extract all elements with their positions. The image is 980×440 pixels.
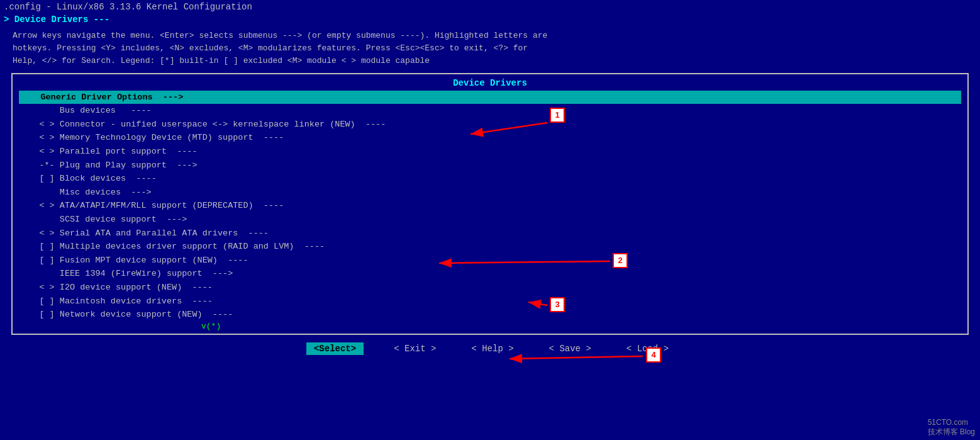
menu-item-15[interactable]: < > I2O device support (NEW) ----	[19, 281, 961, 295]
menu-item-4[interactable]: < > Memory Technology Device (MTD) suppo…	[19, 131, 961, 145]
menu-item-7[interactable]: [ ] Block devices ----	[19, 172, 961, 186]
menu-list: Generic Driver Options ---> Bus devices …	[19, 91, 961, 322]
watermark: 51CTO.com技术博客 Blog	[928, 418, 975, 437]
help-line-2: hotkeys. Pressing <Y> includes, <N> excl…	[13, 42, 967, 55]
menu-item-1[interactable]: Generic Driver Options --->	[19, 91, 961, 104]
menu-item-6[interactable]: -*- Plug and Play support --->	[19, 159, 961, 172]
menu-item-5[interactable]: < > Parallel port support ----	[19, 145, 961, 159]
scroll-indicator: v(*)	[19, 322, 961, 331]
help-line-1: Arrow keys navigate the menu. <Enter> se…	[13, 30, 967, 42]
menu-item-16[interactable]: [ ] Macintosh device drivers ----	[19, 295, 961, 308]
bottom-buttons: <Select>< Exit >< Help >< Save >< Load >	[0, 337, 980, 359]
menu-item-11[interactable]: < > Serial ATA and Parallel ATA drivers …	[19, 227, 961, 240]
top-bar: .config - Linux/x86 3.13.6 Kernel Config…	[0, 0, 980, 27]
terminal: .config - Linux/x86 3.13.6 Kernel Config…	[0, 0, 980, 440]
menu-item-2[interactable]: Bus devices ----	[19, 104, 961, 118]
menu-item-14[interactable]: IEEE 1394 (FireWire) support --->	[19, 267, 961, 281]
help-text: Arrow keys navigate the menu. <Enter> se…	[0, 27, 980, 70]
menu-item-13[interactable]: [ ] Fusion MPT device support (NEW) ----	[19, 254, 961, 268]
breadcrumb: > Device Drivers ---	[4, 14, 976, 26]
menu-item-12[interactable]: [ ] Multiple devices driver support (RAI…	[19, 240, 961, 254]
menu-item-10[interactable]: SCSI device support --->	[19, 213, 961, 227]
menu-item-8[interactable]: Misc devices --->	[19, 186, 961, 200]
button-exit[interactable]: < Exit >	[389, 342, 441, 355]
menu-item-3[interactable]: < > Connector - unified userspace <-> ke…	[19, 118, 961, 132]
menu-item-17[interactable]: [ ] Network device support (NEW) ----	[19, 308, 961, 322]
main-box: Device Drivers Generic Driver Options --…	[11, 73, 969, 335]
button-load[interactable]: < Load >	[621, 342, 674, 355]
button-help[interactable]: < Help >	[466, 342, 518, 355]
dialog-title: Device Drivers	[19, 78, 961, 88]
help-line-3: Help, </> for Search. Legend: [*] built-…	[13, 55, 967, 67]
window-title: .config - Linux/x86 3.13.6 Kernel Config…	[4, 1, 976, 14]
button-save[interactable]: < Save >	[544, 342, 596, 355]
button-select[interactable]: <Select>	[306, 342, 364, 355]
menu-item-9[interactable]: < > ATA/ATAPI/MFM/RLL support (DEPRECATE…	[19, 199, 961, 213]
